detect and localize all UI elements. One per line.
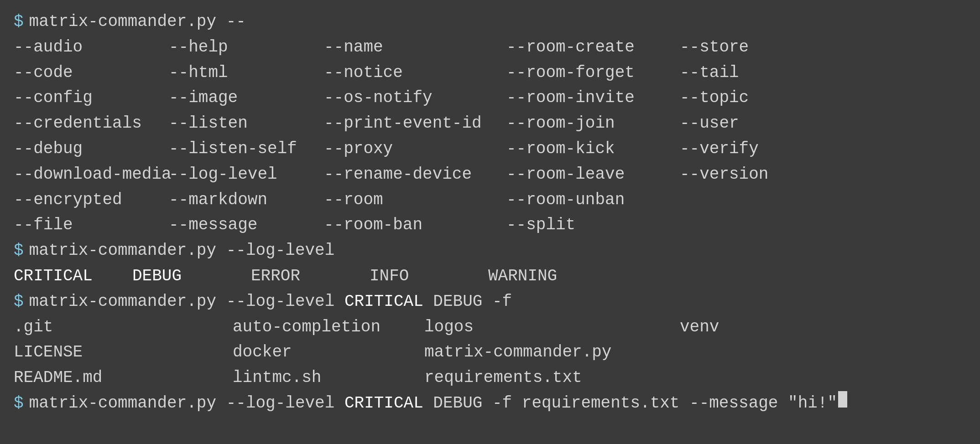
terminal-cursor <box>838 391 847 408</box>
opt-encrypted: --encrypted <box>14 187 169 213</box>
opt-credentials: --credentials <box>14 111 169 136</box>
file-logos: logos <box>424 315 680 340</box>
opt-room-ban: --room-ban <box>324 212 506 238</box>
opt-code: --code <box>14 60 169 86</box>
opt-debug: --debug <box>14 136 169 162</box>
options-grid: --audio --help --name --room-create --st… <box>14 35 966 238</box>
opt-store: --store <box>680 35 808 60</box>
log-warning: WARNING <box>488 263 607 289</box>
file-venv: venv <box>680 315 808 340</box>
command-2: matrix-commander.py --log-level <box>29 238 335 263</box>
prompt-line-1: $ matrix-commander.py -- <box>14 9 966 35</box>
terminal-window: $ matrix-commander.py -- --audio --help … <box>14 9 966 444</box>
opt-room-unban: --room-unban <box>506 187 680 213</box>
log-level-grid: CRITICAL DEBUG ERROR INFO WARNING <box>14 263 966 289</box>
file-auto-completion: auto-completion <box>233 315 424 340</box>
opt-verify: --verify <box>680 136 808 162</box>
opt-empty-1 <box>680 187 808 213</box>
opt-os-notify: --os-notify <box>324 85 506 111</box>
opt-room-kick: --room-kick <box>506 136 680 162</box>
opt-notice: --notice <box>324 60 506 86</box>
opt-room-create: --room-create <box>506 35 680 60</box>
file-empty-1 <box>680 340 808 365</box>
opt-topic: --topic <box>680 85 808 111</box>
file-docker: docker <box>233 340 424 365</box>
prompt-dollar-1: $ <box>14 9 24 35</box>
prompt-dollar-3: $ <box>14 289 24 315</box>
opt-tail: --tail <box>680 60 808 86</box>
opt-print-event-id: --print-event-id <box>324 111 506 136</box>
file-empty-2 <box>680 365 808 391</box>
file-git: .git <box>14 315 233 340</box>
opt-file: --file <box>14 212 169 238</box>
opt-room-join: --room-join <box>506 111 680 136</box>
opt-config: --config <box>14 85 169 111</box>
opt-audio: --audio <box>14 35 169 60</box>
opt-split: --split <box>506 212 680 238</box>
prompt-line-2: $ matrix-commander.py --log-level <box>14 238 966 263</box>
prompt-dollar-2: $ <box>14 238 24 263</box>
opt-help: --help <box>169 35 324 60</box>
opt-version: --version <box>680 162 808 187</box>
critical-inline: CRITICAL <box>344 292 423 311</box>
opt-html: --html <box>169 60 324 86</box>
log-error: ERROR <box>251 263 370 289</box>
opt-log-level: --log-level <box>169 162 324 187</box>
file-license: LICENSE <box>14 340 233 365</box>
prompt-line-last: $ matrix-commander.py --log-level CRITIC… <box>14 391 966 416</box>
command-1: matrix-commander.py -- <box>29 9 246 35</box>
opt-room: --room <box>324 187 506 213</box>
log-info: INFO <box>370 263 488 289</box>
opt-room-forget: --room-forget <box>506 60 680 86</box>
file-grid: .git auto-completion logos venv LICENSE … <box>14 315 966 391</box>
log-critical: CRITICAL <box>14 263 132 289</box>
opt-listen-self: --listen-self <box>169 136 324 162</box>
opt-download-media: --download-media <box>14 162 169 187</box>
file-matrix-commander-py: matrix-commander.py <box>424 340 680 365</box>
file-requirements: requirements.txt <box>424 365 680 391</box>
opt-room-invite: --room-invite <box>506 85 680 111</box>
opt-markdown: --markdown <box>169 187 324 213</box>
opt-proxy: --proxy <box>324 136 506 162</box>
opt-message: --message <box>169 212 324 238</box>
command-last: matrix-commander.py --log-level CRITICAL… <box>29 391 838 416</box>
opt-name: --name <box>324 35 506 60</box>
opt-listen: --listen <box>169 111 324 136</box>
opt-rename-device: --rename-device <box>324 162 506 187</box>
critical-inline-last: CRITICAL <box>344 394 423 413</box>
opt-room-leave: --room-leave <box>506 162 680 187</box>
prompt-line-3: $ matrix-commander.py --log-level CRITIC… <box>14 289 966 315</box>
opt-empty-2 <box>680 212 808 238</box>
log-debug: DEBUG <box>132 263 251 289</box>
opt-image: --image <box>169 85 324 111</box>
opt-user: --user <box>680 111 808 136</box>
prompt-dollar-last: $ <box>14 391 24 416</box>
file-lintmc: lintmc.sh <box>233 365 424 391</box>
file-readme: README.md <box>14 365 233 391</box>
command-3: matrix-commander.py --log-level CRITICAL… <box>29 289 512 315</box>
